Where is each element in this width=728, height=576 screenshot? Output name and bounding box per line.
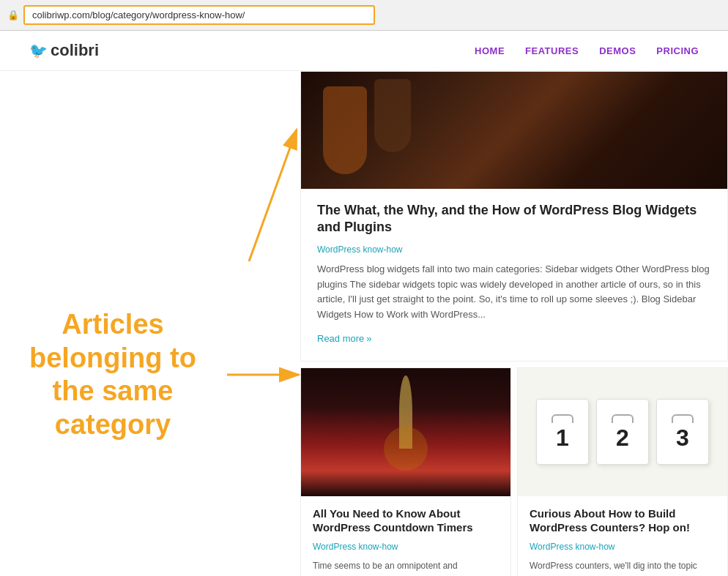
page-layout: Articles belonging to the same category [0,71,728,576]
content-area: The What, the Why, and the How of WordPr… [300,71,728,576]
guitar-decorative-image [301,72,727,189]
counter-bag-1: 1 [536,399,589,465]
nav-demos[interactable]: DEMOS [599,45,636,56]
browser-bar: 🔒 [0,0,728,31]
article-half-1-excerpt: Time seems to be an omnipotent and omnip… [313,559,499,576]
article-full-title: The What, the Why, and the How of WordPr… [317,202,711,236]
article-half-2-title: Curious About How to Build WordPress Cou… [530,506,716,535]
article-half-1-body: All You Need to Know About WordPress Cou… [301,496,510,576]
counter-number-1: 1 [556,426,569,449]
article-half-2-image: 1 2 3 [518,368,727,496]
arrow1-icon [0,71,308,305]
lock-icon: 🔒 [7,10,19,20]
nav-links: HOME FEATURES DEMOS PRICING [475,45,699,56]
nav-home[interactable]: HOME [475,45,505,56]
wine-decorative-image [301,368,510,496]
annotation-line3: the same [53,375,174,406]
article-full-body: The What, the Why, and the How of WordPr… [301,189,727,361]
annotation-line1: Articles [62,309,163,340]
article-half-1-title: All You Need to Know About WordPress Cou… [313,506,499,535]
bag-handle-2 [612,414,634,423]
annotation-side: Articles belonging to the same category [0,71,300,576]
articles-row: All You Need to Know About WordPress Cou… [300,367,728,576]
counters-decorative-image: 1 2 3 [518,368,727,496]
article-full-category[interactable]: WordPress know-how [317,244,402,255]
article-full-read-more[interactable]: Read more [317,333,372,344]
site-logo[interactable]: 🐦 colibri [29,41,99,60]
logo-text: colibri [51,41,99,60]
article-half-1-category[interactable]: WordPress know-how [313,542,398,552]
article-half-2-excerpt: WordPress counters, we'll dig into the t… [530,559,716,576]
counter-bag-2: 2 [596,399,649,465]
nav-features[interactable]: FEATURES [525,45,579,56]
article-full-image [301,72,727,189]
address-bar[interactable] [23,5,375,25]
counter-bag-3: 3 [656,399,709,465]
counter-number-2: 2 [616,426,629,449]
bag-handle-1 [551,414,573,423]
annotation-text: Articles belonging to the same category [15,308,196,441]
article-half-2-category[interactable]: WordPress know-how [530,542,614,552]
article-full: The What, the Why, and the How of WordPr… [300,71,728,362]
svg-line-1 [249,130,297,261]
nav-pricing[interactable]: PRICING [656,45,699,56]
counter-number-3: 3 [676,426,689,449]
bag-handle-3 [672,414,694,423]
annotation-line4: category [55,409,171,440]
logo-bird-icon: 🐦 [29,42,48,59]
article-full-excerpt: WordPress blog widgets fall into two mai… [317,262,711,323]
site-nav: 🐦 colibri HOME FEATURES DEMOS PRICING [0,31,728,71]
article-half-1-image [301,368,510,496]
article-half-1: All You Need to Know About WordPress Cou… [300,367,511,576]
annotation-line2: belonging to [29,343,196,373]
article-half-2-body: Curious About How to Build WordPress Cou… [518,496,727,576]
article-half-2: 1 2 3 Curious About How to Build WordP [517,367,728,576]
